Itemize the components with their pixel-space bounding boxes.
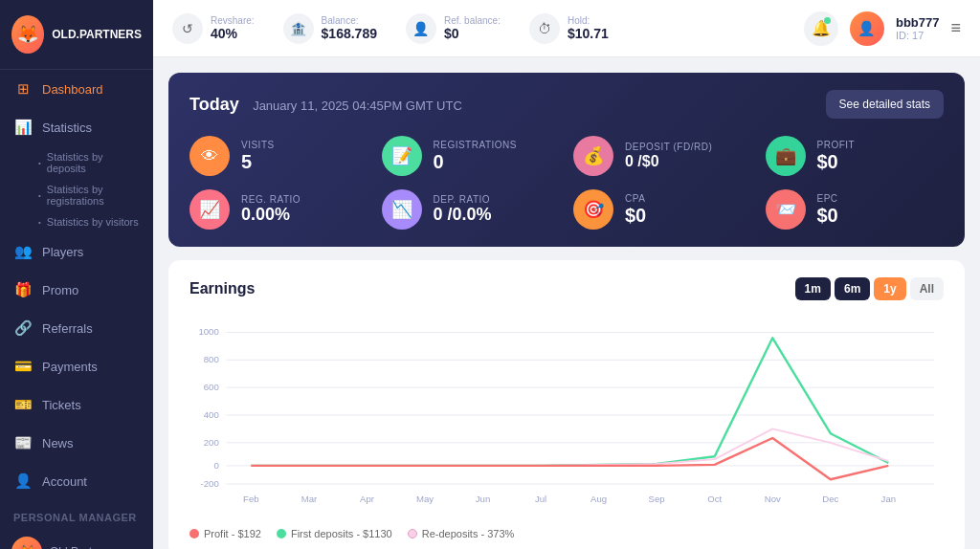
logo-icon: 🦊 (11, 15, 44, 54)
legend-first-deposits: First deposits - $1130 (277, 528, 392, 539)
deposit-info: DEPOSIT (FD/RD) 0 /$0 (625, 142, 712, 170)
header-stat-revshare: ↺ Revshare: 40% (172, 13, 255, 44)
earnings-card: Earnings 1m 6m 1y All (168, 260, 965, 549)
profit-legend-dot (189, 529, 199, 538)
deposit-label: DEPOSIT (FD/RD) (625, 142, 712, 152)
first-deposits-legend-dot (277, 529, 286, 538)
time-buttons: 1m 6m 1y All (795, 277, 944, 300)
time-btn-1m[interactable]: 1m (795, 277, 831, 300)
sidebar-item-tickets[interactable]: 🎫 Tickets (0, 385, 153, 424)
ref-balance-label: Ref. balance: (444, 15, 501, 26)
sidebar-item-account[interactable]: 👤 Account (0, 462, 153, 500)
sidebar-item-referrals[interactable]: 🔗 Referrals (0, 309, 153, 347)
sidebar-item-players[interactable]: 👥 Players (0, 232, 153, 271)
svg-text:-200: -200 (201, 478, 219, 489)
svg-text:Feb: Feb (243, 494, 259, 504)
user-id: ID: 17 (896, 30, 940, 41)
registrations-circle: 📝 (382, 136, 422, 176)
visits-circle: 👁 (189, 136, 230, 176)
stat-epc: 📨 EPC $0 (766, 189, 945, 230)
sidebar-item-statistics[interactable]: 📊 Statistics (0, 108, 153, 146)
payments-icon: 💳 (13, 357, 33, 376)
ref-balance-value: $0 (444, 26, 501, 41)
profit-info: PROFIT $0 (817, 140, 856, 173)
statistics-sub-nav: Statistics by deposits Statistics by reg… (0, 146, 153, 232)
svg-text:Mar: Mar (301, 494, 318, 504)
balance-label: Balance: (322, 15, 377, 26)
revshare-value: 40% (211, 26, 255, 41)
time-btn-1y[interactable]: 1y (874, 277, 905, 300)
svg-text:Dec: Dec (822, 494, 838, 504)
sidebar-item-promo[interactable]: 🎁 Promo (0, 271, 153, 309)
profit-value: $0 (817, 150, 856, 173)
stat-visits: 👁 VISITS 5 (189, 136, 368, 176)
stat-registrations: 📝 REGISTRATIONS 0 (382, 136, 561, 176)
sidebar-item-label: News (42, 436, 74, 450)
sidebar-item-payments[interactable]: 💳 Payments (0, 347, 153, 385)
notification-dot (824, 17, 831, 24)
sidebar-item-label: Players (42, 245, 83, 259)
legend-re-deposits: Re-deposits - 373% (408, 528, 515, 539)
sidebar-item-label: Tickets (42, 398, 81, 412)
sidebar-item-news[interactable]: 📰 News (0, 424, 153, 462)
reg-ratio-value: 0.00% (241, 205, 301, 226)
main-content: ↺ Revshare: 40% 🏦 Balance: $168.789 👤 Re… (153, 0, 980, 549)
revshare-icon: ↺ (172, 13, 203, 44)
svg-text:Jul: Jul (535, 494, 546, 504)
svg-text:800: 800 (204, 354, 219, 364)
content-area: Today January 11, 2025 04:45PM GMT UTC S… (153, 57, 980, 549)
sidebar-item-label: Payments (42, 360, 98, 374)
header-stat-hold: ⏱ Hold: $10.71 (529, 13, 609, 44)
revshare-info: Revshare: 40% (211, 15, 255, 41)
legend-profit: Profit - $192 (189, 528, 261, 539)
dashboard-icon: ⊞ (13, 79, 33, 99)
manager-item[interactable]: 🦊 Old.Partners (0, 529, 153, 549)
registrations-info: REGISTRATIONS 0 (434, 140, 517, 173)
svg-text:Sep: Sep (649, 494, 665, 504)
visits-info: VISITS 5 (241, 140, 275, 173)
balance-icon: 🏦 (283, 13, 314, 44)
re-deposits-legend-dot (408, 529, 417, 538)
sidebar-item-label: Promo (42, 283, 78, 297)
sub-nav-visitors[interactable]: Statistics by visitors (29, 211, 153, 232)
stat-cpa: 🎯 CPA $0 (573, 189, 752, 230)
time-btn-all[interactable]: All (910, 277, 944, 300)
visits-label: VISITS (241, 140, 275, 150)
sub-nav-deposits[interactable]: Statistics by deposits (29, 146, 153, 179)
notification-button[interactable]: 🔔 (804, 11, 838, 46)
chart-legend: Profit - $192 First deposits - $1130 Re-… (189, 520, 944, 539)
earnings-title: Earnings (189, 280, 255, 297)
players-icon: 👥 (13, 242, 33, 261)
hold-info: Hold: $10.71 (568, 15, 609, 41)
sub-nav-registrations[interactable]: Statistics by registrations (29, 179, 153, 211)
stat-reg-ratio: 📈 REG. RATIO 0.00% (189, 189, 368, 230)
logo-text: OLD.PARTNERS (52, 28, 142, 41)
deposit-value: 0 /$0 (625, 152, 712, 170)
balance-info: Balance: $168.789 (322, 15, 377, 41)
svg-text:200: 200 (204, 437, 219, 448)
today-title: Today (189, 95, 239, 114)
see-detailed-stats-button[interactable]: See detailed stats (826, 90, 944, 119)
epc-info: EPC $0 (817, 193, 838, 227)
svg-text:Oct: Oct (707, 494, 722, 504)
sidebar-item-label: Dashboard (42, 82, 103, 97)
stat-dep-ratio: 📉 DEP. RATIO 0 /0.0% (382, 189, 561, 230)
dep-ratio-info: DEP. RATIO 0 /0.0% (434, 194, 492, 226)
cpa-info: CPA $0 (625, 193, 646, 227)
sidebar-item-label: Statistics (42, 121, 92, 135)
svg-text:Jun: Jun (476, 494, 490, 504)
hamburger-menu[interactable]: ≡ (950, 18, 961, 38)
stat-profit: 💼 PROFIT $0 (766, 136, 945, 176)
time-btn-6m[interactable]: 6m (835, 277, 870, 300)
sidebar-item-dashboard[interactable]: ⊞ Dashboard (0, 70, 153, 108)
reg-ratio-label: REG. RATIO (241, 194, 301, 205)
today-header: Today January 11, 2025 04:45PM GMT UTC S… (189, 90, 944, 119)
svg-text:1000: 1000 (198, 326, 218, 337)
header: ↺ Revshare: 40% 🏦 Balance: $168.789 👤 Re… (153, 0, 980, 57)
user-avatar[interactable]: 👤 (850, 11, 884, 46)
ref-balance-info: Ref. balance: $0 (444, 15, 501, 41)
svg-text:Jan: Jan (881, 494, 896, 504)
user-info: bbb777 ID: 17 (896, 15, 940, 41)
hold-icon: ⏱ (529, 13, 560, 44)
tickets-icon: 🎫 (13, 395, 33, 414)
